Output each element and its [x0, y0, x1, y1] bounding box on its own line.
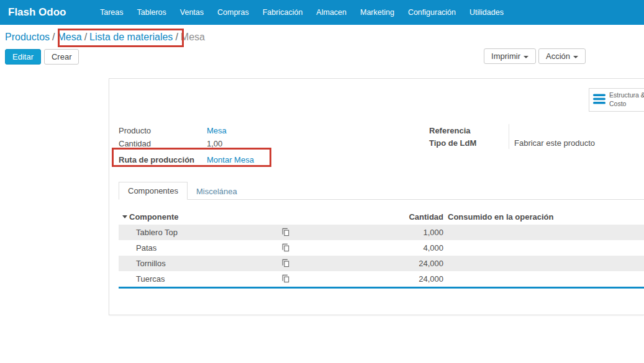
- page: Flash Odoo Tareas Tableros Ventas Compra…: [0, 0, 644, 363]
- cell-component: Tuercas: [136, 274, 165, 284]
- menu-item-utilidades[interactable]: Utilidades: [463, 0, 510, 25]
- breadcrumb: Productos/Mesa/Lista de materiales/Mesa: [5, 32, 205, 43]
- stat-button-label: Estructura & Costo: [609, 91, 644, 108]
- breadcrumb-current: Mesa: [181, 32, 205, 42]
- cell-quantity: 4,000: [379, 243, 443, 253]
- caret-down-icon: [524, 56, 528, 58]
- form-buttons: Editar Crear: [5, 49, 79, 65]
- create-button[interactable]: Crear: [44, 49, 79, 65]
- structure-cost-stat-button[interactable]: Estructura & Costo: [589, 88, 644, 112]
- components-table: Componente Cantidad Consumido en la oper…: [119, 210, 644, 289]
- field-value-producto[interactable]: Mesa: [207, 126, 227, 135]
- breadcrumb-separator: /: [173, 32, 180, 42]
- tab-componentes[interactable]: Componentes: [119, 182, 188, 200]
- table-row-tuercas[interactable]: Tuercas 24,000: [119, 271, 644, 287]
- control-panel: Productos/Mesa/Lista de materiales/Mesa …: [0, 25, 644, 68]
- field-group-left: Producto Mesa Cantidad 1,00 Ruta de prod…: [119, 124, 254, 166]
- field-group-right: Referencia Tipo de LdM Fabricar este pro…: [429, 124, 614, 149]
- content-area: Estructura & Costo Producto Mesa Cantida…: [0, 68, 644, 363]
- field-value-tipo-de-ldm: Fabricar este producto: [514, 137, 614, 149]
- copy-icon[interactable]: [282, 274, 289, 285]
- field-label-cantidad: Cantidad: [119, 139, 207, 148]
- menu-item-tableros[interactable]: Tableros: [130, 0, 173, 25]
- copy-icon[interactable]: [282, 228, 289, 238]
- main-menu: Tareas Tableros Ventas Compras Fabricaci…: [93, 0, 510, 25]
- table-row-tornillos[interactable]: Tornillos 24,000: [119, 256, 644, 271]
- field-value-referencia: [514, 124, 614, 137]
- menu-item-fabricacion[interactable]: Fabricación: [256, 0, 310, 25]
- column-header-componente[interactable]: Componente: [129, 212, 178, 222]
- edit-button[interactable]: Editar: [5, 49, 41, 65]
- field-row-ruta-de-produccion: Ruta de producción Montar Mesa: [119, 153, 254, 166]
- print-dropdown-button[interactable]: Imprimir: [484, 48, 536, 64]
- list-bottom-rule: [119, 287, 644, 289]
- action-buttons: Imprimir Acción: [484, 48, 586, 64]
- cell-component: Patas: [136, 243, 156, 253]
- group-expand-icon[interactable]: [122, 215, 127, 218]
- field-row-producto: Producto Mesa: [119, 124, 254, 137]
- table-row-patas[interactable]: Patas 4,000: [119, 240, 644, 256]
- cell-quantity: 24,000: [379, 274, 443, 284]
- copy-icon[interactable]: [282, 243, 289, 254]
- field-label-referencia: Referencia: [429, 124, 509, 137]
- field-values-right: Fabricar este producto: [509, 124, 614, 149]
- breadcrumb-lista-de-materiales[interactable]: Lista de materiales: [89, 32, 173, 42]
- action-label: Acción: [546, 52, 570, 61]
- breadcrumb-productos[interactable]: Productos: [5, 32, 50, 42]
- copy-icon[interactable]: [282, 259, 289, 269]
- field-label-ruta-de-produccion: Ruta de producción: [119, 155, 207, 164]
- bars-icon: [593, 94, 605, 107]
- cell-quantity: 24,000: [379, 259, 443, 268]
- tab-miscelanea[interactable]: Miscelánea: [188, 183, 246, 200]
- column-header-cantidad[interactable]: Cantidad: [379, 212, 443, 222]
- column-header-consumido[interactable]: Consumido en la operación: [448, 212, 553, 222]
- menu-item-ventas[interactable]: Ventas: [173, 0, 211, 25]
- table-row-tablero-top[interactable]: Tablero Top 1,000: [119, 225, 644, 240]
- caret-down-icon: [573, 56, 578, 58]
- notebook-tabs: Componentes Miscelánea: [119, 182, 644, 200]
- field-label-producto: Producto: [119, 126, 207, 135]
- field-row-cantidad: Cantidad 1,00: [119, 137, 254, 150]
- cell-quantity: 1,000: [379, 228, 443, 237]
- menu-item-compras[interactable]: Compras: [211, 0, 256, 25]
- breadcrumb-mesa[interactable]: Mesa: [58, 32, 82, 42]
- menu-item-almacen[interactable]: Almacen: [309, 0, 353, 25]
- table-header-row: Componente Cantidad Consumido en la oper…: [119, 210, 644, 225]
- menu-item-marketing[interactable]: Marketing: [353, 0, 401, 25]
- print-label: Imprimir: [491, 52, 520, 61]
- menu-item-tareas[interactable]: Tareas: [93, 0, 130, 25]
- breadcrumb-separator: /: [82, 32, 89, 42]
- cell-component: Tornillos: [136, 259, 166, 268]
- menu-item-configuracion[interactable]: Configuración: [401, 0, 463, 25]
- breadcrumb-separator: /: [50, 32, 57, 42]
- cell-component: Tablero Top: [136, 228, 178, 237]
- form-sheet: Estructura & Costo Producto Mesa Cantida…: [109, 78, 644, 315]
- field-labels-right: Referencia Tipo de LdM: [429, 124, 509, 149]
- top-navbar: Flash Odoo Tareas Tableros Ventas Compra…: [0, 0, 644, 25]
- app-brand[interactable]: Flash Odoo: [0, 6, 93, 19]
- action-dropdown-button[interactable]: Acción: [538, 48, 586, 64]
- field-value-cantidad: 1,00: [207, 139, 222, 148]
- field-value-ruta-de-produccion[interactable]: Montar Mesa: [207, 155, 254, 164]
- field-label-tipo-de-ldm: Tipo de LdM: [429, 137, 509, 149]
